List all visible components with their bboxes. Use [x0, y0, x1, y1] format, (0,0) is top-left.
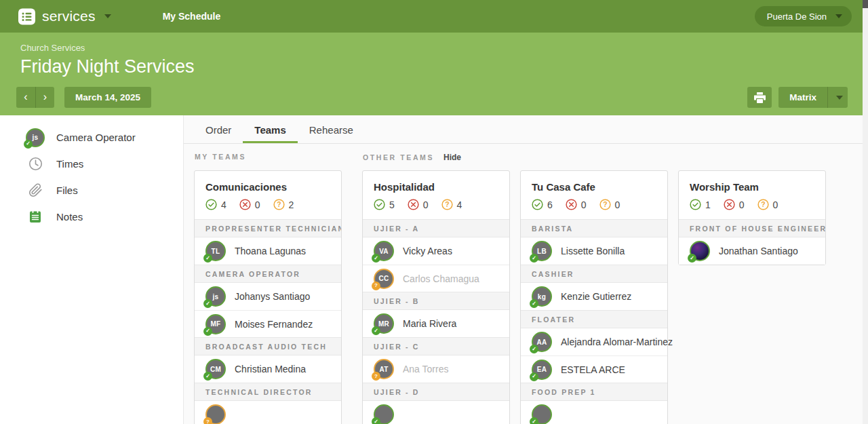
team-card-worship-team: Worship Team10?0FRONT OF HOUSE ENGINEER✓…	[678, 170, 826, 265]
position-header: FRONT OF HOUSE ENGINEER	[679, 219, 825, 237]
svg-text:?: ?	[277, 201, 281, 208]
person-row[interactable]: AA✓Alejandra Alomar-Martinez	[521, 328, 667, 355]
position-header: CASHIER	[521, 265, 667, 283]
x-circle-icon	[408, 199, 419, 210]
question-circle-icon: ?	[599, 199, 611, 210]
team-status-counts: 50?4	[374, 199, 498, 210]
team-name: Worship Team	[690, 181, 814, 193]
avatar-initials: CC	[378, 275, 389, 282]
next-plan-button[interactable]: ›	[35, 87, 54, 108]
topbar: services My Schedule Puerta De Sion	[0, 0, 868, 33]
confirmed-badge-icon: ✓	[203, 299, 212, 308]
pending-count: ?4	[441, 199, 462, 210]
my-teams-group: MY TEAMS Comunicaciones40?2PROPRESENTER …	[194, 153, 342, 424]
person-name: Johanys Santiago	[235, 291, 310, 302]
confirmed-badge-icon: ✓	[203, 254, 212, 263]
sidebar-item-notes[interactable]: Notes	[0, 204, 183, 230]
person-row[interactable]: ✓Jonathan Santiago	[679, 237, 825, 265]
plan-date-button[interactable]: March 14, 2025	[64, 87, 151, 108]
person-row[interactable]: MR✓Maria Rivera	[363, 310, 509, 337]
person-row[interactable]: VA✓Vicky Areas	[363, 237, 509, 265]
avatar: kg✓	[532, 286, 552, 307]
confirmed-count-value: 5	[389, 199, 395, 210]
confirmed-count-value: 6	[547, 199, 553, 210]
confirmed-badge-icon: ✓	[530, 372, 538, 381]
team-card-comunicaciones: Comunicaciones40?2PROPRESENTER TECHNICIA…	[194, 170, 342, 424]
tab-order[interactable]: Order	[194, 115, 243, 143]
confirmed-count-value: 1	[705, 199, 711, 210]
chevron-right-icon: ›	[43, 92, 47, 102]
tab-rehearse[interactable]: Rehearse	[298, 115, 365, 143]
person-row[interactable]: EA✓ESTELA ARCE	[521, 355, 667, 383]
avatar-initials: AA	[536, 339, 547, 346]
person-row[interactable]: ✓	[521, 401, 667, 424]
person-row[interactable]: MF✓Moises Fernandez	[195, 310, 341, 337]
question-circle-icon: ?	[273, 199, 285, 210]
sidebar-item-files[interactable]: Files	[0, 177, 183, 204]
avatar: ✓	[532, 404, 552, 424]
person-row[interactable]: CM✓Christian Medina	[195, 355, 341, 383]
page-title: Friday Night Services	[20, 56, 846, 77]
tab-teams[interactable]: Teams	[243, 115, 297, 143]
avatar-initials: MF	[210, 320, 220, 328]
declined-count-value: 0	[739, 199, 745, 210]
person-row[interactable]: AT?Ana Torres	[363, 355, 509, 383]
avatar: js✓	[205, 286, 226, 307]
confirmed-count: 5	[374, 199, 395, 210]
main-panel: OrderTeamsRehearse MY TEAMS Comunicacion…	[183, 115, 868, 424]
other-teams-cards: Hospitalidad50?4UJIER - AVA✓Vicky AreasC…	[362, 170, 826, 424]
position-header: BARISTA	[521, 219, 667, 237]
sidebar-item-camera-operator[interactable]: js✓Camera Operator	[0, 124, 183, 151]
plan-date-nav: ‹ ›	[16, 87, 54, 108]
avatar: ?	[205, 404, 226, 424]
team-name: Hospitalidad	[374, 181, 498, 193]
avatar-initials: js	[33, 134, 39, 141]
team-status-counts: 10?0	[690, 199, 814, 210]
pending-count-value: 4	[457, 199, 462, 210]
breadcrumb[interactable]: Church Services	[20, 43, 846, 53]
matrix-dropdown-button[interactable]	[827, 87, 848, 108]
position-header: PROPRESENTER TECHNICIAN	[195, 219, 341, 237]
chevron-down-icon	[104, 14, 111, 18]
question-circle-icon: ?	[441, 199, 453, 210]
matrix-button[interactable]: Matrix	[778, 87, 827, 108]
note-icon	[26, 210, 45, 224]
avatar-initials: AT	[379, 366, 388, 373]
plan-controls: ‹ › March 14, 2025 Matrix	[16, 87, 848, 108]
confirmed-badge-icon: ✓	[530, 417, 538, 424]
chevron-down-icon	[835, 14, 842, 18]
brand-name: services	[42, 8, 96, 24]
avatar: LB✓	[532, 241, 552, 261]
person-row[interactable]: js✓Johanys Santiago	[195, 283, 341, 310]
person-row[interactable]: LB✓Lissette Bonilla	[521, 237, 667, 265]
avatar-initials: kg	[538, 293, 546, 301]
person-row[interactable]: TL✓Thoana Lagunas	[195, 237, 341, 265]
x-circle-icon	[566, 199, 577, 210]
avatar: MF✓	[205, 314, 226, 334]
check-circle-icon	[690, 199, 701, 210]
org-switcher[interactable]: Puerta De Sion	[755, 6, 852, 26]
position-header: UJIER - C	[363, 337, 509, 355]
page-scrollbar[interactable]	[863, 0, 868, 424]
sidebar-item-times[interactable]: Times	[0, 151, 183, 177]
position-header: TECHNICAL DIRECTOR	[195, 383, 341, 401]
scrollbar-thumb[interactable]	[863, 0, 868, 8]
nav-my-schedule[interactable]: My Schedule	[163, 11, 221, 22]
person-row[interactable]: kg✓Kenzie Gutierrez	[521, 283, 667, 310]
team-card-header: Worship Team10?0	[679, 171, 825, 219]
person-row[interactable]: ✓	[363, 401, 509, 424]
hide-other-teams-link[interactable]: Hide	[443, 153, 461, 162]
person-row[interactable]: CC?Carlos Chamagua	[363, 265, 509, 292]
team-card-header: Comunicaciones40?2	[195, 171, 341, 219]
prev-plan-button[interactable]: ‹	[16, 87, 35, 108]
check-circle-icon	[205, 199, 217, 210]
services-app-menu[interactable]: services	[18, 7, 111, 26]
person-name: Alejandra Alomar-Martinez	[561, 336, 673, 347]
sidebar-item-label: Files	[56, 185, 78, 196]
print-button[interactable]	[747, 87, 772, 108]
confirmed-badge-icon: ✓	[530, 345, 538, 353]
avatar: EA✓	[532, 360, 552, 380]
team-name: Tu Casa Cafe	[532, 181, 656, 193]
person-row[interactable]: ?	[195, 401, 341, 424]
sidebar-item-label: Notes	[56, 211, 83, 223]
